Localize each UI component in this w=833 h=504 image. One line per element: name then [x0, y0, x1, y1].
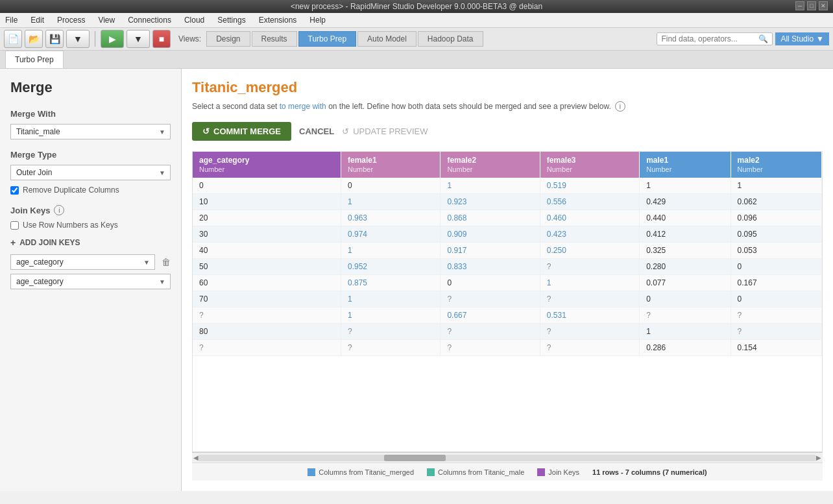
subtitle-info-icon[interactable]: i	[615, 101, 625, 112]
search-box[interactable]: 🔍	[657, 32, 773, 45]
open-btn[interactable]: 📂	[25, 30, 43, 48]
left-panel: Merge Merge With Titanic_male Merge Type…	[0, 69, 182, 491]
maximize-btn[interactable]: □	[807, 1, 816, 10]
panel-title: Merge	[10, 79, 171, 96]
stop-btn[interactable]: ■	[152, 30, 171, 48]
minimize-btn[interactable]: ─	[795, 1, 804, 10]
right-panel: Titanic_merged Select a second data set …	[182, 69, 833, 491]
table-cell: 0.423	[540, 226, 639, 243]
col-female2: female2 Number	[441, 152, 540, 178]
scrollbar-track[interactable]	[199, 455, 816, 461]
menu-edit[interactable]: Edit	[28, 14, 47, 26]
legend-titanic-merged: Columns from Titanic_merged	[308, 468, 414, 476]
table-cell: 0.519	[540, 178, 639, 194]
scroll-left-arrow[interactable]: ◀	[193, 454, 199, 461]
table-cell: 0	[341, 178, 441, 194]
cancel-button[interactable]: CANCEL	[299, 126, 334, 136]
col-female1: female1 Number	[341, 152, 441, 178]
table-cell: 0	[441, 275, 540, 291]
dataset-title: Titanic_merged	[192, 79, 823, 96]
menu-connections[interactable]: Connections	[125, 14, 174, 26]
key2-select[interactable]: age_category	[10, 274, 171, 289]
table-cell: 0.460	[540, 210, 639, 226]
table-cell: 0.412	[640, 226, 730, 243]
merge-with-label: Merge With	[10, 109, 171, 119]
table-cell: 0.868	[441, 210, 540, 226]
table-cell: 0.667	[441, 307, 540, 324]
scrollbar-thumb[interactable]	[384, 455, 446, 461]
table-cell: 0	[193, 178, 341, 194]
table-row: 200.9630.8680.4600.4400.096	[193, 210, 822, 226]
join-keys-info-icon[interactable]: i	[54, 205, 64, 215]
search-input[interactable]	[661, 34, 758, 43]
merge-with-select[interactable]: Titanic_male	[10, 124, 171, 139]
key1-wrapper: age_category	[10, 254, 155, 270]
menu-file[interactable]: File	[3, 14, 20, 26]
menu-help[interactable]: Help	[307, 14, 328, 26]
use-row-numbers-row: Use Row Numbers as Keys	[10, 221, 171, 230]
studio-dropdown[interactable]: All Studio ▼	[775, 32, 829, 45]
col-male1-name: male1	[646, 156, 668, 165]
table-cell: 0	[730, 259, 821, 275]
tab-design[interactable]: Design	[206, 31, 250, 47]
save-btn[interactable]: 💾	[45, 30, 64, 48]
key1-select[interactable]: age_category	[10, 254, 155, 270]
commit-merge-button[interactable]: ↺ COMMIT MERGE	[192, 122, 291, 141]
col-male2: male2 Number	[730, 152, 821, 178]
toolbar-sep1	[95, 31, 95, 47]
save-dropdown-btn[interactable]: ▼	[66, 30, 90, 48]
tab-hadoop-data[interactable]: Hadoop Data	[418, 31, 483, 47]
merge-type-select[interactable]: Inner Join Outer Join Left Join Right Jo…	[10, 165, 171, 180]
table-cell: 1	[540, 275, 639, 291]
col-male2-name: male2	[738, 156, 760, 165]
table-row: 1010.9230.5560.4290.062	[193, 194, 822, 210]
new-btn[interactable]: 📄	[4, 30, 22, 48]
key1-delete-icon[interactable]: 🗑	[162, 257, 171, 267]
table-row: 701??00	[193, 291, 822, 307]
join-keys-title: Join Keys	[10, 206, 50, 215]
run-dropdown-btn[interactable]: ▼	[127, 30, 150, 48]
scroll-right-arrow[interactable]: ▶	[816, 454, 821, 461]
tab-turbo-prep[interactable]: Turbo Prep	[298, 31, 357, 47]
menu-settings[interactable]: Settings	[215, 14, 248, 26]
turbo-prep-tab[interactable]: Turbo Prep	[5, 51, 64, 68]
update-preview-icon: ↺	[342, 126, 349, 136]
table-cell: ?	[193, 340, 341, 356]
search-icon: 🔍	[758, 34, 768, 43]
tab-auto-model[interactable]: Auto Model	[357, 31, 416, 47]
legend-join-keys: Join Keys	[537, 468, 579, 476]
use-row-numbers-checkbox[interactable]	[10, 221, 19, 230]
menu-view[interactable]: View	[95, 14, 117, 26]
add-join-keys-btn[interactable]: + ADD JOIN KEYS	[10, 237, 171, 248]
legend-male-label: Columns from Titanic_male	[438, 468, 524, 476]
table-cell: 20	[193, 210, 341, 226]
menu-process[interactable]: Process	[54, 14, 88, 26]
data-table-container[interactable]: age_category Number female1 Number femal…	[192, 151, 823, 452]
menu-extensions[interactable]: Extensions	[256, 14, 300, 26]
run-btn[interactable]: ▶	[101, 30, 124, 48]
merge-type-label: Merge Type	[10, 150, 171, 160]
col-age-category: age_category Number	[193, 152, 341, 178]
table-cell: 1	[341, 291, 441, 307]
table-cell: ?	[441, 324, 540, 340]
key1-row: age_category 🗑	[10, 254, 171, 270]
commit-icon: ↺	[202, 126, 210, 136]
toolbar: 📄 📂 💾 ▼ ▶ ▼ ■ Views: Design Results Turb…	[0, 28, 833, 51]
col-female3-type: Number	[547, 165, 572, 173]
close-btn[interactable]: ✕	[819, 1, 828, 10]
subtitle-link[interactable]: to merge with	[280, 102, 326, 111]
table-row: 500.9520.833?0.2800	[193, 259, 822, 275]
table-row: ?10.6670.531??	[193, 307, 822, 324]
table-cell: 0.556	[540, 194, 639, 210]
update-preview-button[interactable]: ↺ UPDATE PREVIEW	[342, 126, 428, 136]
remove-duplicate-checkbox[interactable]	[10, 186, 19, 195]
subtitle: Select a second data set to merge with o…	[192, 101, 823, 112]
table-cell: ?	[341, 340, 441, 356]
table-cell: 0.440	[640, 210, 730, 226]
tab-results[interactable]: Results	[252, 31, 297, 47]
table-cell: ?	[540, 291, 639, 307]
table-cell: 1	[640, 178, 730, 194]
menu-cloud[interactable]: Cloud	[182, 14, 207, 26]
table-cell: 0.053	[730, 243, 821, 259]
horizontal-scrollbar[interactable]: ◀ ▶	[192, 452, 823, 462]
